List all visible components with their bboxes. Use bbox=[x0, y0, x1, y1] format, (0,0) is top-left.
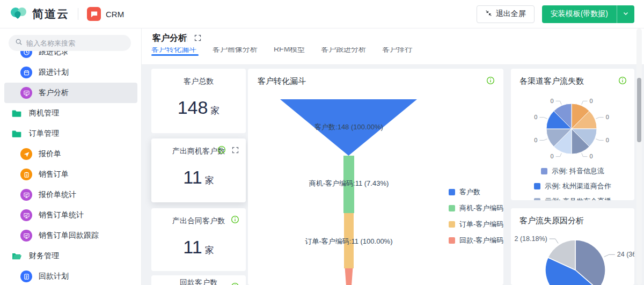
sidebar-item-label: 财务管理 bbox=[29, 251, 59, 261]
sidebar-item-0[interactable]: 跟进记录 bbox=[0, 51, 142, 62]
stat-card-2: 产出合同客户数11家 bbox=[151, 208, 246, 271]
dashboard-icon bbox=[20, 209, 32, 221]
stat-card-value: 148家 bbox=[151, 97, 246, 118]
sidebar-item-label: 跟进记录 bbox=[39, 51, 69, 57]
chevron-down-icon bbox=[623, 10, 629, 18]
legend-item-1[interactable]: 示例: 杭州渠道商合作 bbox=[534, 181, 611, 191]
install-template-button[interactable]: 安装模板(带数据) bbox=[542, 5, 617, 23]
sidebar-search[interactable] bbox=[9, 35, 131, 51]
funnel-chart-title: 客户转化漏斗 bbox=[258, 76, 306, 86]
info-icon[interactable] bbox=[486, 76, 495, 87]
stat-card-0: 客户总数148家 bbox=[151, 69, 246, 133]
stat-card-3: 回款客户数 bbox=[151, 275, 246, 285]
tab-0[interactable]: 客户转化漏斗 bbox=[151, 47, 196, 54]
header-divider bbox=[78, 8, 78, 20]
legend-swatch bbox=[534, 198, 540, 200]
search-input[interactable] bbox=[26, 39, 118, 47]
exit-fullscreen-label: 退出全屏 bbox=[496, 9, 526, 19]
legend-item-2[interactable]: 订单-客户编码 bbox=[449, 220, 503, 229]
funnel-stage-label-2: 订单-客户编码:11 (100.00%) bbox=[305, 237, 392, 246]
legend-item-1[interactable]: 商机-客户编码 bbox=[449, 203, 503, 213]
sidebar-item-2[interactable]: 客户分析 bbox=[0, 83, 142, 103]
main-content: 客户分析 客户转化漏斗客户画像分析RFM模型客户跟进分析客户排行 客户总数148… bbox=[142, 28, 644, 285]
churn-reason-pie[interactable]: 24 (36.2 (18.18%) bbox=[511, 224, 634, 285]
funnel-stage-label-1: 商机-客户编码:11 (7.43%) bbox=[309, 179, 389, 188]
stat-card-value: 11家 bbox=[151, 237, 246, 258]
stat-card-icons bbox=[231, 215, 239, 226]
legend-label: 示例: 杭州渠道商合作 bbox=[545, 181, 611, 191]
dashboard-icon bbox=[20, 230, 32, 242]
install-dropdown-button[interactable] bbox=[617, 5, 634, 23]
brand-name: 简道云 bbox=[32, 6, 69, 21]
install-template-group: 安装模板(带数据) bbox=[542, 5, 634, 23]
legend-swatch bbox=[449, 189, 455, 195]
sidebar-item-label: 回款计划 bbox=[39, 272, 69, 281]
svg-text:0: 0 bbox=[550, 98, 553, 104]
sidebar-item-9[interactable]: 销售订单回款跟踪 bbox=[0, 225, 142, 246]
sidebar-item-8[interactable]: 销售订单统计 bbox=[0, 205, 142, 225]
funnel-stage-3[interactable] bbox=[345, 268, 353, 285]
tab-bar-baseline bbox=[142, 59, 644, 65]
workspace[interactable]: CRM bbox=[87, 7, 124, 21]
sidebar-item-label: 订单管理 bbox=[29, 129, 59, 138]
legend-swatch bbox=[449, 221, 455, 228]
search-icon bbox=[15, 38, 23, 48]
sidebar-item-10[interactable]: 财务管理 bbox=[0, 246, 142, 266]
sidebar-item-label: 客户分析 bbox=[39, 88, 69, 98]
sidebar-item-6[interactable]: 销售订单 bbox=[0, 164, 142, 185]
stat-card-value: 11家 bbox=[151, 167, 246, 188]
sidebar-item-7[interactable]: 报价单统计 bbox=[0, 185, 142, 205]
top-header: 简道云 CRM 退出全屏 安装模板(带数据) bbox=[0, 0, 644, 28]
page-head: 客户分析 bbox=[142, 28, 644, 47]
stat-card-title: 客户总数 bbox=[151, 77, 246, 86]
info-icon[interactable] bbox=[618, 76, 627, 87]
tab-4[interactable]: 客户排行 bbox=[382, 47, 412, 54]
document-icon bbox=[20, 271, 32, 282]
clipboard-icon bbox=[20, 169, 32, 180]
legend-item-2[interactable]: 示例: 产品发布会直播 bbox=[534, 196, 611, 200]
legend-swatch bbox=[449, 237, 455, 244]
workspace-name: CRM bbox=[106, 10, 124, 19]
sidebar-item-3[interactable]: 商机管理 bbox=[0, 103, 142, 123]
sidebar-item-11[interactable]: 回款计划 bbox=[0, 266, 142, 285]
legend-item-0[interactable]: 客户数 bbox=[449, 187, 503, 197]
tab-1[interactable]: 客户画像分析 bbox=[213, 47, 258, 54]
legend-swatch bbox=[449, 205, 455, 211]
fullscreen-expand-icon[interactable] bbox=[194, 34, 202, 44]
dashboard-icon bbox=[20, 189, 32, 201]
info-icon[interactable] bbox=[231, 282, 239, 285]
sidebar-item-label: 报价单统计 bbox=[39, 190, 76, 200]
page-title: 客户分析 bbox=[152, 33, 187, 44]
expand-icon[interactable] bbox=[231, 146, 239, 156]
tab-bar: 客户转化漏斗客户画像分析RFM模型客户跟进分析客户排行 bbox=[151, 47, 644, 59]
sidebar-item-label: 销售订单 bbox=[39, 170, 69, 179]
folder-icon bbox=[11, 128, 23, 140]
stat-card-unit: 家 bbox=[205, 245, 214, 255]
legend-label: 示例: 抖音信息流 bbox=[552, 166, 604, 176]
legend-item-3[interactable]: 回款-客户编码 bbox=[449, 236, 503, 245]
clock-icon bbox=[20, 51, 32, 58]
sidebar-item-1[interactable]: 跟进计划 bbox=[0, 62, 142, 83]
legend-label: 订单-客户编码 bbox=[459, 220, 503, 229]
svg-text:0: 0 bbox=[589, 98, 592, 104]
exit-fullscreen-button[interactable]: 退出全屏 bbox=[477, 5, 535, 23]
sidebar-item-4[interactable]: 订单管理 bbox=[0, 123, 142, 144]
scrollbar-thumb[interactable] bbox=[637, 78, 641, 142]
legend-label: 回款-客户编码 bbox=[459, 236, 503, 245]
sidebar-nav: 跟进记录跟进计划客户分析商机管理订单管理报价单销售订单报价单统计销售订单统计销售… bbox=[0, 51, 142, 285]
legend-swatch bbox=[534, 183, 540, 189]
channel-churn-pie[interactable]: 00000000 bbox=[511, 86, 634, 169]
legend-item-0[interactable]: 示例: 抖音信息流 bbox=[541, 166, 604, 176]
scrollbar-track[interactable] bbox=[636, 28, 642, 285]
stat-card-icons bbox=[217, 145, 239, 156]
info-icon[interactable] bbox=[231, 215, 239, 226]
legend-label: 客户数 bbox=[459, 187, 480, 197]
svg-text:24 (36.: 24 (36. bbox=[617, 251, 634, 258]
sidebar-item-5[interactable]: 报价单 bbox=[0, 144, 142, 164]
tab-3[interactable]: 客户跟进分析 bbox=[321, 47, 366, 54]
tab-2[interactable]: RFM模型 bbox=[274, 47, 305, 54]
churn-reason-card: 客户流失原因分析24 (36.2 (18.18%) bbox=[511, 208, 634, 285]
info-icon[interactable] bbox=[217, 145, 226, 156]
legend-swatch bbox=[541, 168, 547, 174]
jiandaoyun-logo-icon bbox=[10, 5, 28, 23]
